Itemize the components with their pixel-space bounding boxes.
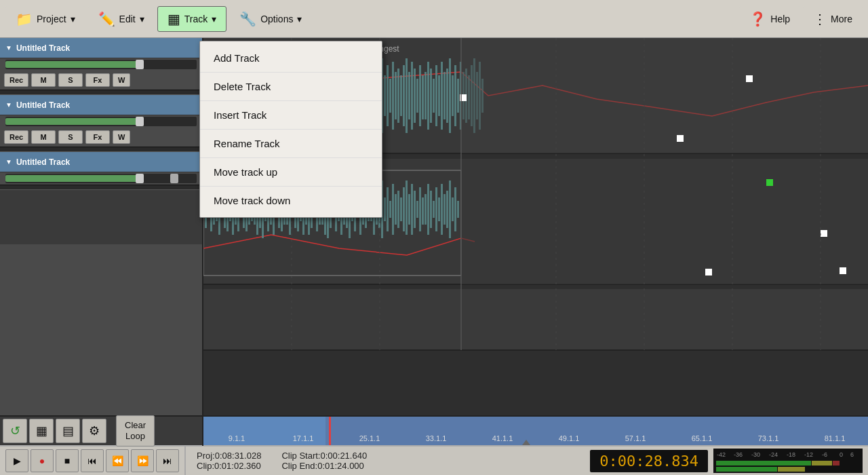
options-button[interactable]: 🔧 Options ▾ bbox=[229, 6, 312, 32]
track-1-fx-button[interactable]: Fx bbox=[85, 73, 110, 87]
context-menu-move-down[interactable]: Move track down bbox=[200, 187, 382, 214]
svg-rect-95 bbox=[452, 75, 454, 116]
svg-rect-70 bbox=[384, 75, 386, 116]
svg-rect-210 bbox=[461, 159, 868, 284]
svg-rect-238 bbox=[833, 461, 840, 466]
clip-end: Clip End:0:01:24.000 bbox=[281, 461, 367, 471]
context-menu-rename-track[interactable]: Rename Track bbox=[200, 130, 382, 158]
svg-text:6: 6 bbox=[850, 451, 854, 458]
track-button[interactable]: ▦ Track ▾ bbox=[157, 6, 226, 32]
svg-rect-202 bbox=[438, 197, 440, 221]
timeline-ruler[interactable]: 9.1.1 17.1.1 25.1.1 33.1.1 41.1.1 49.1.1… bbox=[203, 417, 868, 445]
track-1-rec-button[interactable]: Rec bbox=[4, 73, 28, 87]
track-2-w-button[interactable]: W bbox=[113, 130, 130, 144]
context-menu-delete-track[interactable]: Delete Track bbox=[200, 73, 382, 101]
stop-button[interactable]: ■ bbox=[56, 449, 79, 472]
track-3-separator bbox=[0, 185, 202, 190]
svg-rect-208 bbox=[454, 187, 456, 231]
svg-rect-215 bbox=[203, 289, 868, 350]
track-1-header[interactable]: ▼ Untitled Track bbox=[0, 38, 202, 58]
svg-rect-193 bbox=[414, 191, 416, 228]
record-button[interactable]: ● bbox=[31, 449, 54, 472]
svg-rect-188 bbox=[400, 197, 402, 221]
svg-rect-200 bbox=[433, 201, 435, 218]
svg-rect-189 bbox=[403, 187, 405, 231]
track-3-header[interactable]: ▼ Untitled Track bbox=[0, 152, 202, 172]
rewind-button[interactable]: ⏪ bbox=[106, 449, 129, 472]
transport-controls: ▶ ● ■ ⏮ ⏪ ⏩ ⏭ bbox=[0, 446, 186, 475]
status-info-left: Proj:0:08:31.028 Clip:0:01:02.360 bbox=[197, 451, 261, 471]
svg-rect-73 bbox=[392, 62, 394, 130]
context-menu-move-up[interactable]: Move track up bbox=[200, 158, 382, 187]
svg-rect-205 bbox=[446, 191, 448, 228]
options-label: Options bbox=[260, 14, 293, 24]
track-1-s-button[interactable]: S bbox=[58, 73, 83, 87]
track-2-fx-button[interactable]: Fx bbox=[85, 130, 110, 144]
svg-rect-92 bbox=[443, 72, 446, 119]
edit-button[interactable]: ✏️ Edit ▾ bbox=[88, 6, 155, 32]
more-button[interactable]: ⋮ More bbox=[803, 6, 863, 32]
options-icon: 🔧 bbox=[239, 11, 256, 27]
clip-start: Clip Start:0:00:21.640 bbox=[281, 451, 367, 461]
track-3-slider[interactable] bbox=[5, 174, 197, 183]
svg-rect-76 bbox=[400, 75, 402, 116]
loop-button[interactable]: ↺ bbox=[3, 419, 27, 443]
svg-rect-78 bbox=[406, 58, 408, 133]
svg-rect-109 bbox=[677, 135, 684, 142]
stamp-button[interactable]: ⚙ bbox=[82, 419, 106, 443]
svg-rect-81 bbox=[414, 69, 416, 123]
svg-rect-75 bbox=[397, 69, 399, 123]
svg-rect-82 bbox=[416, 79, 418, 113]
svg-rect-184 bbox=[389, 201, 391, 218]
ruler-mark-3: 25.1.1 bbox=[336, 434, 403, 442]
track-1-w-button[interactable]: W bbox=[113, 73, 130, 87]
project-icon: 📁 bbox=[16, 11, 33, 27]
track-3-slider-row bbox=[0, 172, 202, 185]
list-button[interactable]: ▤ bbox=[56, 419, 80, 443]
svg-rect-91 bbox=[441, 62, 443, 130]
svg-rect-239 bbox=[716, 467, 777, 472]
ruler-mark-8: 65.1.1 bbox=[669, 434, 735, 442]
project-button[interactable]: 📁 Project ▾ bbox=[5, 6, 85, 32]
track-2-s-button[interactable]: S bbox=[58, 130, 83, 144]
clear-loop-button[interactable]: ClearLoop bbox=[116, 415, 155, 446]
track-2-rec-button[interactable]: Rec bbox=[4, 130, 28, 144]
track-3-chevron-icon: ▼ bbox=[5, 158, 12, 166]
fast-forward-end-button[interactable]: ⏭ bbox=[156, 449, 179, 472]
svg-rect-110 bbox=[746, 75, 753, 82]
svg-rect-199 bbox=[430, 191, 432, 228]
track-2-slider[interactable] bbox=[5, 117, 197, 126]
track-1-slider[interactable] bbox=[5, 60, 197, 69]
svg-rect-84 bbox=[422, 75, 424, 119]
project-label: Project bbox=[37, 14, 66, 24]
context-menu-add-track[interactable]: Add Track bbox=[200, 44, 382, 73]
ruler-mark-9: 73.1.1 bbox=[735, 434, 802, 442]
track-1-separator bbox=[0, 90, 202, 95]
fast-forward-button[interactable]: ⏩ bbox=[131, 449, 154, 472]
more-icon: ⋮ bbox=[813, 11, 827, 27]
help-button[interactable]: ❓ Help bbox=[739, 6, 800, 32]
ruler-mark-7: 57.1.1 bbox=[602, 434, 669, 442]
context-menu-insert-track[interactable]: Insert Track bbox=[200, 101, 382, 130]
more-label: More bbox=[831, 14, 852, 24]
svg-rect-107 bbox=[461, 38, 868, 153]
svg-rect-93 bbox=[446, 69, 448, 123]
svg-rect-192 bbox=[411, 184, 413, 235]
track-2-header[interactable]: ▼ Untitled Track bbox=[0, 95, 202, 115]
rewind-to-start-button[interactable]: ⏮ bbox=[81, 449, 104, 472]
edit-label: Edit bbox=[119, 14, 136, 24]
track-2-controls: Rec M S Fx W bbox=[0, 128, 202, 147]
track-1-m-button[interactable]: M bbox=[31, 73, 56, 87]
track-1-chevron-icon: ▼ bbox=[5, 44, 12, 52]
svg-rect-211 bbox=[766, 179, 773, 186]
svg-rect-79 bbox=[408, 72, 410, 119]
grid-button[interactable]: ▦ bbox=[29, 419, 54, 443]
play-button[interactable]: ▶ bbox=[5, 449, 28, 472]
svg-rect-213 bbox=[705, 269, 712, 276]
track-2-m-button[interactable]: M bbox=[31, 130, 56, 144]
svg-rect-194 bbox=[416, 201, 418, 218]
vu-meter: -42 -36 -30 -24 -18 -12 -6 0 6 bbox=[713, 449, 863, 473]
svg-text:-6: -6 bbox=[822, 451, 827, 458]
svg-rect-77 bbox=[403, 65, 405, 126]
toolbar-right: ❓ Help ⋮ More bbox=[739, 6, 863, 32]
